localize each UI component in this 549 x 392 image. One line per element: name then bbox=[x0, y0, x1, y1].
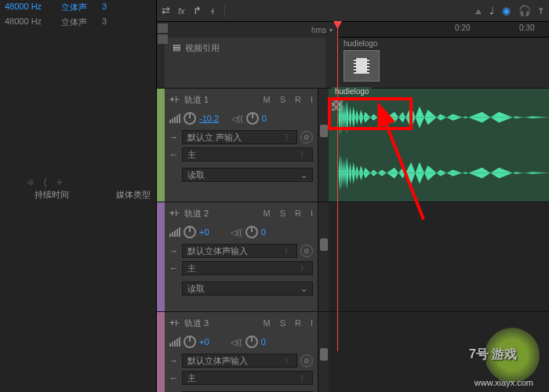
solo-button[interactable]: S bbox=[280, 318, 285, 328]
output-arrow-icon: ← bbox=[169, 263, 179, 273]
expand-icon[interactable]: +⊦ bbox=[169, 94, 180, 105]
solo-button[interactable]: S bbox=[280, 209, 285, 218]
pan-knob[interactable] bbox=[245, 336, 258, 348]
expand-icon[interactable]: +⊦ bbox=[169, 208, 180, 219]
automation-select[interactable]: 读取⌄ bbox=[182, 281, 313, 296]
time-format[interactable]: hms ▾ bbox=[157, 22, 337, 38]
meter-icon bbox=[169, 114, 180, 123]
watermark: 7号 游戏 bbox=[485, 328, 540, 383]
expand-icon[interactable]: +⊦ bbox=[169, 318, 180, 328]
output-select[interactable]: 主〉 bbox=[182, 147, 313, 162]
fader[interactable] bbox=[318, 89, 329, 201]
track-name[interactable]: 轨道 2 bbox=[184, 208, 209, 220]
volume-knob[interactable] bbox=[184, 226, 196, 238]
input-select[interactable]: 默认立 声输入〉 bbox=[182, 130, 297, 144]
pan-icon: ◁(( bbox=[231, 228, 242, 237]
audio-track: +⊦ 轨道 1 MSRI -10.2 ◁(( 0 → 默认立 声输入〉 ⊘ ← … bbox=[157, 89, 549, 202]
main-toolbar: ⇄ fx ↱ ⫞ ⟁ ♩ ◉ 🎧 ⫯ bbox=[157, 0, 549, 22]
track-color[interactable] bbox=[157, 202, 165, 311]
track-color[interactable] bbox=[157, 312, 165, 392]
snap-icon[interactable]: ◉ bbox=[502, 5, 511, 16]
chevron-down-icon: ▾ bbox=[329, 27, 333, 34]
mute-button[interactable]: M bbox=[263, 95, 270, 104]
fader[interactable] bbox=[318, 202, 329, 311]
file-row[interactable]: 48000 Hz 立体声 3 bbox=[0, 15, 156, 30]
channels: 立体声 bbox=[61, 2, 93, 13]
mic-icon[interactable]: ⫯ bbox=[539, 5, 544, 16]
input-mon-button[interactable]: I bbox=[311, 318, 313, 328]
output-arrow-icon: ← bbox=[169, 373, 179, 383]
output-arrow-icon: ← bbox=[169, 150, 179, 159]
pan-value[interactable]: 0 bbox=[261, 227, 280, 237]
audio-track: +⊦ 轨道 2 MSRI +0 ◁(( 0 → 默认立体声输入〉 ⊘ ← 主〉 … bbox=[157, 202, 549, 312]
automation-select[interactable]: 读取⌄ bbox=[182, 168, 313, 182]
add-icon[interactable]: + bbox=[56, 176, 63, 188]
volume-value[interactable]: +0 bbox=[199, 227, 218, 237]
power-button[interactable]: ⊘ bbox=[300, 131, 313, 143]
track-name[interactable]: 轨道 3 bbox=[184, 318, 209, 329]
meter-icon bbox=[169, 337, 180, 347]
headphone-icon[interactable]: 🎧 bbox=[518, 5, 531, 16]
fx-icon[interactable]: fx bbox=[178, 5, 185, 16]
watermark-url: www.xiayx.com bbox=[474, 378, 533, 387]
filter-icon[interactable]: ⎆ bbox=[27, 176, 34, 188]
power-button[interactable]: ⊘ bbox=[300, 354, 313, 367]
track-body[interactable] bbox=[329, 202, 549, 311]
track-header: +⊦ 轨道 3 MSRI +0 ◁(( 0 → 默认立体声输入〉 ⊘ ← 主〉 … bbox=[165, 312, 318, 392]
column-labels: 持续时间 媒体类型 bbox=[35, 189, 151, 201]
video-clip[interactable] bbox=[344, 50, 380, 82]
pan-value[interactable]: 0 bbox=[261, 337, 280, 347]
input-mon-button[interactable]: I bbox=[311, 95, 313, 104]
count: 3 bbox=[102, 16, 118, 28]
volume-knob[interactable] bbox=[184, 112, 196, 125]
record-button[interactable]: R bbox=[295, 318, 301, 328]
volume-value[interactable]: +0 bbox=[199, 337, 218, 347]
duration-label: 持续时间 bbox=[35, 189, 69, 201]
send-icon[interactable]: ↱ bbox=[193, 5, 202, 16]
fader[interactable] bbox=[318, 312, 329, 392]
volume-knob[interactable] bbox=[184, 336, 196, 348]
output-select[interactable]: 主〉 bbox=[182, 371, 313, 385]
count: 3 bbox=[102, 2, 118, 13]
input-select[interactable]: 默认立体声输入〉 bbox=[182, 354, 297, 368]
swap-icon[interactable]: ⇄ bbox=[162, 5, 170, 16]
chevron-down-icon: ⌄ bbox=[300, 170, 307, 180]
input-arrow-icon: → bbox=[169, 132, 179, 142]
time-ruler[interactable]: 0:20 0:30 bbox=[337, 22, 549, 38]
chevron-down-icon: ⌄ bbox=[300, 284, 307, 294]
pan-icon: ◁(( bbox=[231, 338, 242, 347]
tempo-icon[interactable]: ♩ bbox=[489, 5, 494, 16]
mute-button[interactable]: M bbox=[263, 209, 270, 218]
video-icon: ▤ bbox=[173, 42, 180, 53]
back-icon[interactable]: ⟨ bbox=[43, 176, 47, 188]
input-select[interactable]: 默认立体声输入〉 bbox=[182, 244, 297, 258]
panel-tools: ⎆ ⟨ + bbox=[27, 176, 63, 188]
channels: 立体声 bbox=[61, 16, 93, 28]
track-name[interactable]: 轨道 1 bbox=[184, 94, 209, 106]
pan-knob[interactable] bbox=[245, 226, 258, 238]
track-header: +⊦ 轨道 1 MSRI -10.2 ◁(( 0 → 默认立 声输入〉 ⊘ ← … bbox=[165, 89, 318, 201]
media-type-label: 媒体类型 bbox=[116, 189, 151, 201]
pan-value[interactable]: 0 bbox=[262, 114, 281, 123]
pan-knob[interactable] bbox=[246, 112, 259, 125]
mute-button[interactable]: M bbox=[263, 318, 270, 328]
input-arrow-icon: → bbox=[169, 356, 179, 365]
solo-button[interactable]: S bbox=[280, 95, 285, 104]
playhead[interactable] bbox=[337, 22, 338, 351]
eq-icon[interactable]: ⫞ bbox=[209, 5, 215, 16]
video-track: ▤ 视频引用 hudielogo bbox=[157, 38, 549, 89]
track-color[interactable] bbox=[157, 89, 165, 201]
record-button[interactable]: R bbox=[295, 95, 301, 104]
pan-icon: ◁(( bbox=[231, 114, 243, 123]
input-mon-button[interactable]: I bbox=[311, 209, 313, 218]
power-button[interactable]: ⊘ bbox=[300, 245, 313, 257]
metronome-icon[interactable]: ⟁ bbox=[475, 5, 482, 16]
file-row[interactable]: 48000 Hz 立体声 3 bbox=[0, 0, 156, 15]
record-button[interactable]: R bbox=[295, 209, 301, 218]
input-arrow-icon: → bbox=[169, 246, 179, 256]
track-body[interactable]: hudielogo bbox=[329, 89, 549, 201]
meter-icon bbox=[169, 227, 180, 237]
volume-value[interactable]: -10.2 bbox=[199, 114, 219, 123]
output-select[interactable]: 主〉 bbox=[182, 261, 313, 275]
film-icon bbox=[354, 58, 369, 74]
